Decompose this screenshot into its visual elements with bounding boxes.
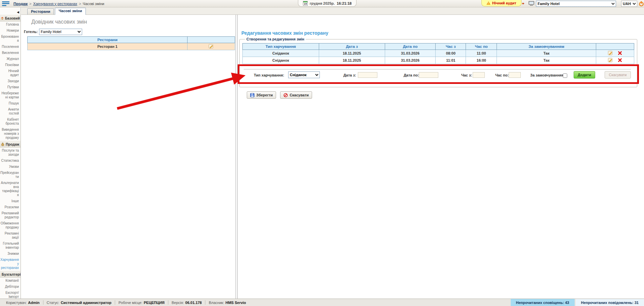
status-item-value: РЕЦЕПЦИЯ bbox=[144, 301, 165, 305]
sidebar-item[interactable]: Альтернативна тарифікація bbox=[0, 180, 21, 198]
sidebar-item[interactable]: Експорт/Імпорт рахунків bbox=[0, 290, 21, 299]
sidebar-section-title: Бухгалтерія bbox=[2, 272, 21, 276]
notification-chips: Непрочитаних сповіщень: 43 Непрочитаних … bbox=[511, 299, 644, 306]
sidebar-item[interactable]: Поселення bbox=[0, 44, 21, 50]
sidebar-item[interactable]: Покоївки bbox=[0, 62, 21, 68]
time-shifts-panel: Редагування часових змін ресторану Створ… bbox=[238, 15, 644, 299]
panel-splitter[interactable] bbox=[236, 15, 238, 299]
sidebar-item[interactable]: Компанії bbox=[0, 278, 21, 284]
sidebar-item[interactable]: Анкети гостей bbox=[0, 106, 21, 117]
sidebar-item[interactable]: Заходи bbox=[0, 78, 21, 84]
col-by-default: За замовчуванням bbox=[497, 43, 596, 50]
app-window: { "topbar": { "breadcrumb": [ { "label":… bbox=[0, 0, 644, 306]
currency-select[interactable]: UAH bbox=[621, 1, 637, 7]
edit-shift-button[interactable] bbox=[608, 51, 613, 55]
current-time: 16:21:18 bbox=[337, 1, 351, 5]
col-date-to: Дата по bbox=[385, 43, 436, 50]
sidebar-item[interactable]: Рекламний редактор bbox=[0, 210, 21, 220]
edit-restaurant-button[interactable] bbox=[209, 44, 214, 49]
night-audit-badge[interactable]: Нічний аудит bbox=[481, 0, 521, 6]
status-item-label: Статус: bbox=[47, 301, 60, 305]
sidebar-item[interactable]: Головна bbox=[0, 22, 21, 28]
current-date: грудня 2025р. bbox=[310, 1, 335, 5]
date-time-widget: 15 грудня 2025р. 16:21:18 bbox=[298, 0, 357, 7]
breadcrumb: Продаж > Харчування у ресторанах > Часов… bbox=[13, 2, 104, 6]
status-item-label: Версія: bbox=[172, 301, 184, 305]
logout-power-icon[interactable] bbox=[639, 1, 644, 7]
breadcrumb-link-sales[interactable]: Продаж bbox=[13, 2, 28, 6]
delete-shift-button[interactable] bbox=[618, 51, 622, 55]
time-from-input[interactable] bbox=[473, 72, 485, 78]
sidebar-item[interactable]: Путівки bbox=[0, 84, 21, 90]
sidebar-item[interactable]: Прейскуранти bbox=[0, 170, 21, 180]
sidebar-item[interactable]: Журнал bbox=[0, 56, 21, 62]
sidebar-item[interactable]: Кабінет броніста bbox=[0, 117, 21, 127]
tab-restaurants[interactable]: Ресторани bbox=[27, 8, 54, 14]
edit-pencil-icon bbox=[209, 44, 214, 49]
sidebar-section-sales[interactable]: Продаж bbox=[0, 141, 21, 148]
cancel-button[interactable]: Скасувати bbox=[280, 91, 312, 99]
breadcrumb-link-restaurant-catering[interactable]: Харчування у ресторанах bbox=[33, 2, 77, 6]
tab-time-shifts[interactable]: Часові зміни bbox=[55, 8, 86, 15]
sidebar-item[interactable]: Рекламні акції bbox=[0, 231, 21, 241]
date-from-input[interactable] bbox=[358, 72, 377, 78]
form-divider bbox=[244, 69, 631, 69]
menu-icon[interactable] bbox=[2, 1, 10, 6]
sidebar-item[interactable]: Статистика bbox=[0, 158, 21, 164]
sidebar-item[interactable]: Знижки bbox=[0, 251, 21, 257]
sidebar-item[interactable]: Дебітори bbox=[0, 284, 21, 290]
sidebar-section-sales-items: Послуги та заходиСтатистикаУмовиПрейскур… bbox=[0, 148, 21, 271]
edit-fieldset-legend: Створення та редагування змін bbox=[245, 37, 306, 41]
sidebar-item[interactable]: Інше bbox=[0, 198, 21, 204]
restaurants-table: Ресторани Ресторан 1 bbox=[27, 36, 235, 50]
night-audit-label: Нічний аудит bbox=[492, 1, 516, 5]
unread-notifications-badge[interactable]: Непрочитаних сповіщень: 43 bbox=[511, 299, 575, 306]
hotel-select[interactable]: Family Hotel bbox=[536, 1, 616, 7]
meal-type-label: Тип харчування: bbox=[254, 73, 284, 77]
meal-type-select[interactable]: Сніданок bbox=[288, 71, 320, 78]
delete-shift-button[interactable] bbox=[618, 58, 622, 62]
status-item-label: Власник: bbox=[209, 301, 224, 305]
sidebar-section-basic[interactable]: Базовий bbox=[0, 15, 21, 22]
shift-time-from: 11:01 bbox=[436, 57, 466, 64]
sidebar-item[interactable]: Розсилки bbox=[0, 204, 21, 210]
sidebar-section-accounting[interactable]: Бухгалтерія bbox=[0, 271, 21, 278]
sidebar-item[interactable]: Умови bbox=[0, 164, 21, 170]
restaurant-row[interactable]: Ресторан 1 bbox=[28, 43, 235, 50]
status-item: Статус: Системный администратор bbox=[43, 300, 115, 305]
session-arrows-icon[interactable]: ◂▸ bbox=[522, 1, 524, 5]
unread-messages-badge[interactable]: Непрочитаних повідомлень: 31 bbox=[576, 299, 644, 306]
time-to-input[interactable] bbox=[509, 72, 521, 78]
sidebar-collapse-icon[interactable]: ◀ bbox=[17, 10, 19, 14]
sidebar-item[interactable]: Обмеження продажу bbox=[0, 220, 21, 231]
sidebar-item[interactable]: Пошук bbox=[0, 100, 21, 106]
edit-shift-button[interactable] bbox=[608, 58, 613, 62]
sidebar-item[interactable]: Виселення bbox=[0, 50, 21, 56]
delete-x-icon bbox=[618, 51, 622, 55]
status-item-value: Системный администратор bbox=[61, 301, 111, 305]
status-item: Робоче місце: РЕЦЕПЦИЯ bbox=[115, 300, 168, 305]
sidebar-item[interactable]: Готельний інвентар bbox=[0, 241, 21, 251]
sidebar-item[interactable]: Незбережені картки bbox=[0, 90, 21, 100]
by-default-checkbox[interactable] bbox=[563, 73, 567, 78]
time-from-label: Час з: bbox=[461, 73, 472, 77]
sidebar-section-title: Базовий bbox=[5, 16, 20, 20]
panel-hotel-select[interactable]: Family Hotel bbox=[39, 29, 82, 35]
shift-date-to: 31.03.2026 bbox=[385, 50, 436, 57]
sidebar-item[interactable]: Харчування у ресторанах bbox=[0, 257, 21, 271]
sidebar-item[interactable]: Бронювання bbox=[0, 34, 21, 44]
sidebar-item[interactable]: Номери bbox=[0, 28, 21, 34]
shift-time-to: 16:00 bbox=[466, 57, 497, 64]
house-icon bbox=[1, 16, 4, 20]
save-button[interactable]: Зберегти bbox=[247, 91, 276, 99]
calendar-day: 15 bbox=[303, 2, 307, 5]
sidebar-item[interactable]: Нічний аудит bbox=[0, 68, 21, 78]
edit-pencil-icon bbox=[608, 51, 613, 55]
status-item: Користувач: Admin bbox=[3, 300, 43, 305]
date-to-input[interactable] bbox=[419, 72, 438, 78]
add-button[interactable]: Додати bbox=[574, 71, 595, 79]
form-cancel-button[interactable]: Скасувати bbox=[605, 71, 631, 79]
status-item-value: 06.01.178 bbox=[185, 301, 202, 305]
sidebar-item[interactable]: Послуги та заходи bbox=[0, 148, 21, 158]
sidebar-item[interactable]: Виведення номерів з продажу bbox=[0, 127, 21, 141]
